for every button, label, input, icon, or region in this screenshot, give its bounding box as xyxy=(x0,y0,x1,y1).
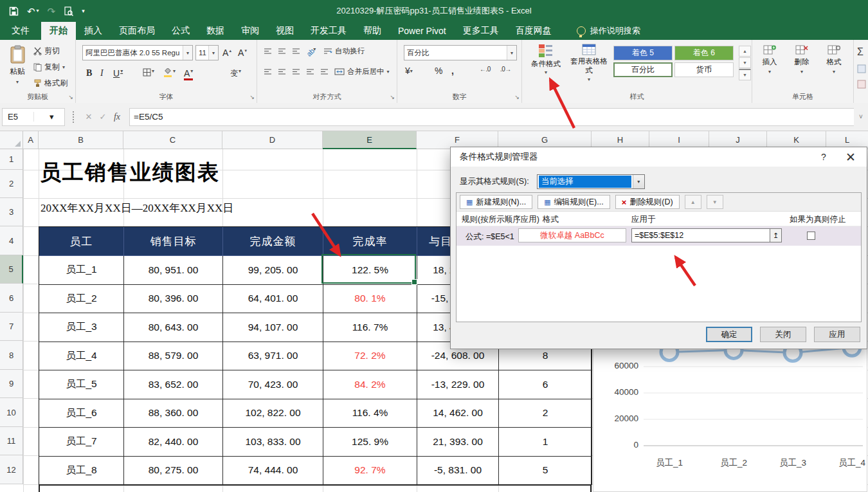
wrap-text-button[interactable]: 自动换行 xyxy=(323,46,365,56)
row-header-9[interactable]: 9 xyxy=(0,370,23,398)
row-header-5[interactable]: 5 xyxy=(0,255,23,284)
column-header-A[interactable]: A xyxy=(23,131,39,149)
insert-cells-button[interactable]: 插入 ▾ xyxy=(755,45,784,96)
save-icon[interactable] xyxy=(9,6,19,16)
move-rule-up-button[interactable]: ▲ xyxy=(685,195,701,209)
cut-button[interactable]: 剪切 xyxy=(33,46,68,57)
gallery-down-icon[interactable]: ▼ xyxy=(739,57,751,68)
stop-if-true-checkbox[interactable] xyxy=(807,232,815,240)
borders-icon[interactable]: ▾ xyxy=(143,68,154,77)
align-middle-icon[interactable] xyxy=(278,48,286,55)
chevron-down-icon[interactable]: ▾ xyxy=(33,112,65,122)
bold-icon[interactable]: B xyxy=(86,68,92,78)
fill-icon[interactable] xyxy=(857,64,866,73)
select-all-corner[interactable] xyxy=(0,131,23,149)
format-cells-button[interactable]: 格式 ▾ xyxy=(819,45,849,96)
column-header-C[interactable]: C xyxy=(123,131,222,149)
phonetic-guide-icon[interactable]: 变▾ xyxy=(230,68,241,79)
dialog-launcher-icon[interactable]: ↘ xyxy=(249,94,255,100)
ribbon-tab-1[interactable]: 插入 xyxy=(76,22,111,40)
align-right-icon[interactable] xyxy=(292,68,300,75)
underline-icon[interactable]: U▾ xyxy=(113,68,123,78)
apply-button[interactable]: 应用 xyxy=(814,327,860,342)
ribbon-tab-10[interactable]: 更多工具 xyxy=(455,22,507,40)
style-gallery-item-2[interactable]: 百分比 xyxy=(613,62,673,77)
decrease-indent-icon[interactable] xyxy=(306,68,314,75)
selected-cell-outline[interactable] xyxy=(321,254,416,284)
decrease-font-size-icon[interactable]: A▼ xyxy=(238,48,248,58)
decrease-decimal-icon[interactable]: .0→ xyxy=(500,66,511,73)
row-header-8[interactable]: 8 xyxy=(0,341,23,370)
row-header-2[interactable]: 2 xyxy=(0,170,23,198)
ribbon-tab-4[interactable]: 数据 xyxy=(198,22,233,40)
column-header-D[interactable]: D xyxy=(222,131,323,149)
dialog-launcher-icon[interactable]: ↘ xyxy=(514,94,520,100)
close-button[interactable]: 关闭 xyxy=(760,327,806,342)
ribbon-tab-3[interactable]: 公式 xyxy=(163,22,198,40)
enter-icon[interactable]: ✓ xyxy=(96,112,110,122)
formula-bar-splitter[interactable] xyxy=(73,111,74,123)
dialog-close-icon[interactable]: ✕ xyxy=(840,147,862,167)
increase-indent-icon[interactable] xyxy=(320,68,329,75)
row-header-11[interactable]: 11 xyxy=(0,427,23,455)
style-gallery-item-0[interactable]: 着色 5 xyxy=(613,46,673,60)
chevron-down-icon[interactable]: ▾ xyxy=(208,46,218,60)
paste-button[interactable]: 粘贴 ▾ xyxy=(4,45,31,93)
ribbon-tab-0[interactable]: 开始 xyxy=(41,22,76,40)
style-gallery-item-3[interactable]: 货币 xyxy=(674,62,734,77)
rule-row[interactable]: 公式: =$E5<1 微软卓越 AaBbCc =$E$5:$E$12 ↥ xyxy=(457,226,861,246)
ribbon-tab-9[interactable]: Power Pivot xyxy=(390,22,455,40)
chevron-down-icon[interactable]: ▾ xyxy=(507,46,516,60)
dialog-launcher-icon[interactable]: ↘ xyxy=(68,94,73,100)
align-center-icon[interactable] xyxy=(278,68,286,75)
clear-icon[interactable] xyxy=(857,80,866,89)
ribbon-tab-7[interactable]: 开发工具 xyxy=(302,22,355,40)
ribbon-tab-5[interactable]: 审阅 xyxy=(233,22,267,40)
collapse-range-icon[interactable]: ↥ xyxy=(770,229,781,242)
row-header-3[interactable]: 3 xyxy=(0,198,23,226)
row-header-10[interactable]: 10 xyxy=(0,398,23,427)
tell-me-search[interactable]: 操作说明搜索 xyxy=(577,22,640,40)
new-rule-button[interactable]: ▦新建规则(N)... xyxy=(460,195,532,209)
insert-function-icon[interactable]: fx xyxy=(110,112,124,122)
column-header-E[interactable]: E xyxy=(323,131,417,149)
row-header-12[interactable]: 12 xyxy=(0,455,23,484)
edit-rule-button[interactable]: ▦编辑规则(E)... xyxy=(538,195,610,209)
column-header-B[interactable]: B xyxy=(39,131,123,149)
row-header-7[interactable]: 7 xyxy=(0,313,23,341)
row-header-4[interactable]: 4 xyxy=(0,226,23,255)
row-header-1[interactable]: 1 xyxy=(0,149,23,170)
font-name-combobox[interactable]: 阿里巴巴普惠体 2.0 55 Regu ▾ xyxy=(82,45,193,60)
align-top-icon[interactable] xyxy=(264,48,272,55)
number-format-combobox[interactable]: 百分比 ▾ xyxy=(404,45,517,60)
gallery-up-icon[interactable]: ▲ xyxy=(739,46,751,57)
align-left-icon[interactable] xyxy=(264,68,272,75)
format-painter-button[interactable]: 格式刷 xyxy=(33,78,68,89)
copy-button[interactable]: 复制 ▾ xyxy=(33,62,68,73)
accounting-format-icon[interactable]: ¥▾ xyxy=(405,66,413,76)
orientation-icon[interactable]: ab▾ xyxy=(305,45,318,58)
ribbon-tab-2[interactable]: 页面布局 xyxy=(111,22,163,40)
conditional-formatting-button[interactable]: 条件格式 ▾ xyxy=(525,44,567,98)
font-size-combobox[interactable]: 11 ▾ xyxy=(195,45,219,60)
applies-to-input[interactable]: =$E$5:$E$12 ↥ xyxy=(631,228,782,242)
ribbon-tab-8[interactable]: 帮助 xyxy=(355,22,390,40)
move-rule-down-button[interactable]: ▼ xyxy=(707,195,723,209)
show-rules-dropdown[interactable]: 当前选择 ▾ xyxy=(537,174,645,189)
font-color-icon[interactable]: A▾ xyxy=(184,68,193,78)
name-box[interactable]: E5 ▾ xyxy=(2,108,65,126)
print-preview-icon[interactable] xyxy=(64,6,73,16)
tab-file[interactable]: 文件 xyxy=(0,22,41,40)
increase-font-size-icon[interactable]: A▲ xyxy=(222,48,232,58)
align-bottom-icon[interactable] xyxy=(292,48,300,55)
increase-decimal-icon[interactable]: ←.0 xyxy=(480,66,491,73)
chevron-down-icon[interactable]: ▾ xyxy=(183,46,192,60)
dialog-help-icon[interactable]: ? xyxy=(814,147,833,167)
ok-button[interactable]: 确定 xyxy=(706,327,752,342)
autosum-icon[interactable]: Σ xyxy=(857,46,863,58)
style-gallery-item-1[interactable]: 着色 6 xyxy=(674,46,734,60)
expand-formula-bar-icon[interactable]: ˅ xyxy=(854,113,868,120)
delete-rule-button[interactable]: ×删除规则(D) xyxy=(615,195,680,209)
ribbon-tab-11[interactable]: 百度网盘 xyxy=(507,22,560,40)
undo-icon[interactable]: ↶▾ xyxy=(27,6,39,16)
